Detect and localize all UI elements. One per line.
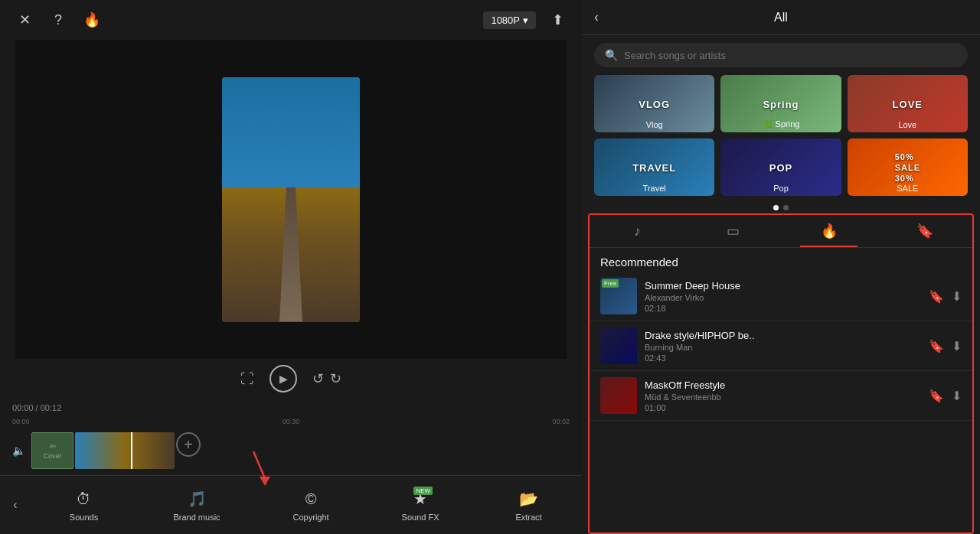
genre-card-sale[interactable]: 50%SALE30% SALE [848,138,968,196]
download-button-2[interactable]: ⬇ [952,339,962,353]
bookmark-button-1[interactable]: 🔖 [929,289,944,304]
clip-thumb-bg [75,432,175,469]
song-info-1: Summer Deep House Alexander Virko 02:18 [645,280,921,313]
left-panel: ✕ ? 🔥 1080P ▾ ⬆ ⛶ ▶ ↺ ↻ [0,0,582,534]
track-controls: 🔈 [12,444,25,457]
quality-label: 1080P [491,15,520,26]
right-back-button[interactable]: ‹ [594,9,599,25]
help-button[interactable]: ? [46,8,70,32]
tab-folder[interactable]: ▭ [685,215,781,247]
genre-card-pop-overlay: POP [769,161,792,173]
genre-card-pop[interactable]: POP Pop [720,138,841,196]
pagination-dots [582,205,980,210]
tab-tiktok[interactable]: ♪ [590,215,685,247]
toolbar-item-brand-music[interactable]: 🎵 Brand music [167,485,226,525]
song-item-2[interactable]: Drake style/HIPHOP be.. Burning Man 02:4… [590,321,972,371]
brand-music-label: Brand music [173,513,220,522]
song-actions-2: 🔖 ⬇ [929,339,962,353]
redo-button[interactable]: ↻ [330,370,341,387]
undo-button[interactable]: ↺ [312,370,324,387]
video-road [279,187,302,322]
genre-card-vlog-label: Vlog [646,120,663,129]
song-info-3: MaskOff Freestyle Müd & Seventeenbb 01:0… [645,379,921,412]
chevron-down-icon: ▾ [523,15,528,26]
right-panel: ‹ All 🔍 VLOG Vlog Spring 🌿 Spring LOVE L… [582,0,980,534]
export-button[interactable]: ⬆ [545,8,570,32]
clip-cover[interactable]: ✏ Cover [31,432,74,469]
genre-card-travel[interactable]: TRAVEL Travel [594,138,714,196]
genre-card-spring-overlay: Spring [763,98,799,109]
sound-fx-icon-wrap: ★ NEW [410,488,431,510]
toolbar-items: ⏱ Sounds 🎵 Brand music © Copyright ★ NEW… [31,485,582,525]
song-title-2: Drake style/HIPHOP be.. [645,330,921,341]
song-list: Free Summer Deep House Alexander Virko 0… [590,272,972,532]
video-ground [222,187,360,322]
song-duration-2: 02:43 [645,353,921,363]
song-duration-1: 02:18 [645,304,921,313]
video-preview [222,77,360,322]
song-actions-3: 🔖 ⬇ [929,389,962,403]
song-thumb-2 [600,327,637,364]
svg-line-0 [253,451,265,478]
current-time: 00:00 [12,403,34,412]
video-sky [222,77,360,187]
genre-card-sale-overlay: 50%SALE30% [895,151,920,184]
preview-area [15,40,567,359]
genre-card-vlog-overlay: VLOG [639,98,670,109]
toolbar-item-sound-fx[interactable]: ★ NEW Sound FX [396,485,446,525]
flame-button[interactable]: 🔥 [80,8,104,32]
add-clip-button[interactable]: + [176,432,201,457]
genre-card-vlog[interactable]: VLOG Vlog [594,75,714,132]
search-bar[interactable]: 🔍 [594,43,968,67]
play-button[interactable]: ▶ [270,365,297,392]
tab-bookmark[interactable]: 🔖 [877,215,972,247]
arrow-svg [246,448,284,486]
toolbar-item-copyright[interactable]: © Copyright [287,485,335,525]
top-bar-left: ✕ ? 🔥 [12,8,104,32]
flame-tab-icon: 🔥 [821,223,838,239]
ruler-mark-2: 00:02 [552,418,570,425]
back-button[interactable]: ‹ [0,482,31,528]
mute-button[interactable]: 🔈 [12,444,25,457]
genre-card-love[interactable]: LOVE Love [848,75,968,132]
genre-card-travel-label: Travel [643,184,666,193]
song-item-3[interactable]: MaskOff Freestyle Müd & Seventeenbb 01:0… [590,371,972,421]
song-title-1: Summer Deep House [645,280,921,291]
free-badge-1: Free [602,279,619,288]
undo-redo-controls: ↺ ↻ [312,370,341,387]
song-title-3: MaskOff Freestyle [645,379,921,391]
bookmark-button-3[interactable]: 🔖 [929,389,944,403]
tiktok-icon: ♪ [634,223,641,239]
song-duration-3: 01:00 [645,403,921,412]
tab-flame[interactable]: 🔥 [781,215,877,247]
right-title: All [774,11,788,24]
song-thumb-3 [600,377,637,414]
dot-2[interactable] [783,205,789,210]
quality-button[interactable]: 1080P ▾ [483,11,536,29]
clip-thumbnail[interactable] [75,432,175,469]
extract-icon: 📂 [518,488,540,510]
fullscreen-button[interactable]: ⛶ [240,371,254,387]
copyright-icon: © [300,488,322,510]
song-thumb-1: Free [600,278,637,314]
song-artist-1: Alexander Virko [645,293,921,302]
genre-card-spring-label: 🌿 Spring [763,119,800,129]
playhead [131,432,132,469]
playback-controls: ⛶ ▶ ↺ ↻ [15,359,567,399]
bookmark-icon: 🔖 [916,223,933,239]
genre-grid: VLOG Vlog Spring 🌿 Spring LOVE Love TRAV… [582,75,980,196]
track-clips: ✏ Cover + [31,432,570,469]
toolbar-item-sounds[interactable]: ⏱ Sounds [60,485,106,525]
search-input[interactable] [624,50,957,61]
sound-fx-label: Sound FX [402,513,439,522]
genre-card-love-overlay: LOVE [893,98,923,109]
genre-card-spring[interactable]: Spring 🌿 Spring [720,75,841,132]
search-icon: 🔍 [605,49,618,61]
close-button[interactable]: ✕ [12,8,37,32]
download-button-3[interactable]: ⬇ [952,389,962,403]
dot-1[interactable] [773,205,779,210]
song-item-1[interactable]: Free Summer Deep House Alexander Virko 0… [590,272,972,321]
download-button-1[interactable]: ⬇ [952,289,962,304]
bookmark-button-2[interactable]: 🔖 [929,339,944,353]
toolbar-item-extract[interactable]: 📂 Extract [506,485,552,525]
